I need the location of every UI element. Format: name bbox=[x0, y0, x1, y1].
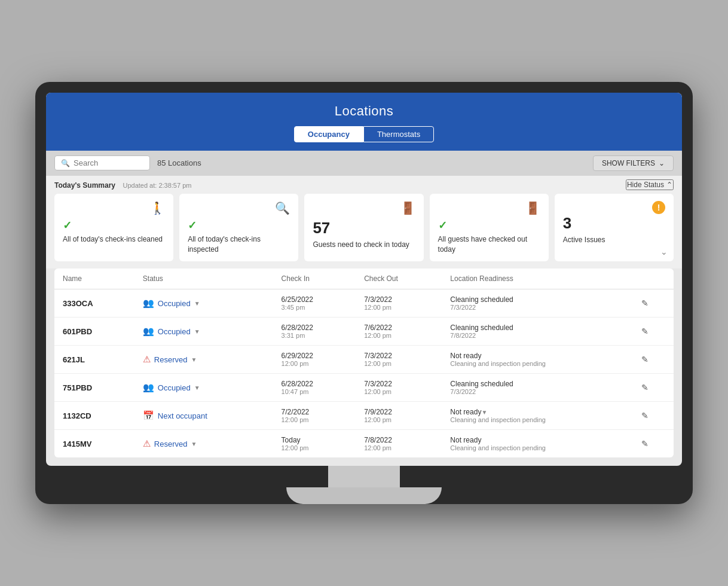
status-dropdown-icon[interactable]: ▼ bbox=[191, 356, 197, 363]
table-row: 621JL⚠Reserved▼6/29/202212:00 pm7/3/2022… bbox=[54, 346, 674, 374]
readiness-date: 7/8/2022 bbox=[450, 332, 624, 339]
summary-label: Today's Summary bbox=[54, 181, 115, 190]
checkin-date: 7/2/2022 bbox=[282, 408, 348, 416]
door-enter-icon: 🚪 bbox=[313, 201, 415, 215]
occupied-icon: 👥 bbox=[143, 382, 154, 393]
cell-name: 601PBD bbox=[54, 318, 134, 346]
summary-bar: Today's Summary Updated at: 2:38:57 pm H… bbox=[46, 176, 682, 194]
occupied-icon: 👥 bbox=[143, 298, 154, 309]
status-dropdown-icon[interactable]: ▼ bbox=[194, 328, 200, 335]
col-checkin: Check In bbox=[273, 268, 356, 289]
readiness-label: Cleaning scheduled bbox=[450, 295, 624, 304]
checkin-time: 3:45 pm bbox=[282, 304, 348, 311]
checkout-date: 7/3/2022 bbox=[364, 295, 433, 304]
cell-status: 📅Next occupant bbox=[134, 402, 273, 430]
tab-thermostats[interactable]: Thermostats bbox=[363, 126, 434, 142]
cell-checkout: 7/3/202212:00 pm bbox=[356, 346, 442, 374]
cell-edit: ✎ bbox=[633, 289, 674, 318]
search-left: 🔍 85 Locations bbox=[54, 155, 201, 170]
show-filters-button[interactable]: SHOW FILTERS ⌄ bbox=[593, 155, 674, 171]
cell-checkin: 6/25/20223:45 pm bbox=[273, 289, 356, 318]
checkin-time: 12:00 pm bbox=[282, 416, 348, 423]
edit-button[interactable]: ✎ bbox=[641, 355, 649, 364]
alert-triangle-icon: ⚠ bbox=[143, 438, 151, 449]
person-clean-icon: 🚶 bbox=[63, 201, 165, 215]
occupied-icon: 👥 bbox=[143, 326, 154, 337]
check-icon-checkout: ✓ bbox=[438, 219, 540, 232]
cell-checkin: 6/29/202212:00 pm bbox=[273, 346, 356, 374]
hide-status-label: Hide Status bbox=[627, 181, 664, 189]
readiness-label: Not ready bbox=[450, 436, 624, 444]
cell-readiness: Cleaning scheduled7/3/2022 bbox=[442, 374, 632, 402]
locations-table: Name Status Check In Check Out Location … bbox=[54, 268, 674, 457]
cell-checkout: 7/8/202212:00 pm bbox=[356, 430, 442, 458]
table-row: 1132CD📅Next occupant7/2/202212:00 pm7/9/… bbox=[54, 402, 674, 430]
alert-dot-icon: ! bbox=[652, 201, 665, 214]
chevron-up-icon: ⌃ bbox=[666, 181, 672, 189]
table-row: 751PBD👥Occupied▼6/28/202210:47 pm7/3/202… bbox=[54, 374, 674, 402]
location-count: 85 Locations bbox=[157, 158, 201, 167]
checkout-date: 7/3/2022 bbox=[364, 352, 433, 360]
cell-name: 621JL bbox=[54, 346, 134, 374]
checkout-time: 12:00 pm bbox=[364, 388, 433, 395]
search-card-icon: 🔍 bbox=[188, 201, 290, 215]
cell-status: 👥Occupied▼ bbox=[134, 318, 273, 346]
table-row: 1415MV⚠Reserved▼Today12:00 pm7/8/202212:… bbox=[54, 430, 674, 458]
monitor-stand-base bbox=[286, 487, 442, 504]
edit-button[interactable]: ✎ bbox=[641, 411, 649, 420]
monitor-screen: Locations Occupancy Thermostats 🔍 85 Loc… bbox=[46, 93, 682, 466]
readiness-date: 7/3/2022 bbox=[450, 304, 624, 311]
monitor-stand-neck bbox=[328, 466, 400, 487]
card-guests-checkout: 🚪 ✓ All guests have checked out today bbox=[430, 194, 549, 262]
status-dropdown-icon[interactable]: ▼ bbox=[194, 384, 200, 391]
status-dropdown-icon[interactable]: ▼ bbox=[191, 441, 197, 447]
readiness-dropdown-icon[interactable]: ▼ bbox=[481, 409, 487, 416]
cell-status: ⚠Reserved▼ bbox=[134, 430, 273, 458]
readiness-date: Cleaning and inspection pending bbox=[450, 360, 624, 367]
cell-edit: ✎ bbox=[633, 318, 674, 346]
hide-status-button[interactable]: Hide Status ⌃ bbox=[626, 179, 674, 190]
readiness-date: Cleaning and inspection pending bbox=[450, 416, 624, 423]
status-label: Occupied bbox=[158, 383, 191, 392]
card-checkin-number: 57 bbox=[313, 219, 415, 237]
checkout-time: 12:00 pm bbox=[364, 360, 433, 367]
card-checkout-text: All guests have checked out today bbox=[438, 234, 540, 255]
col-status: Status bbox=[134, 268, 273, 289]
expand-icon[interactable]: ⌄ bbox=[660, 247, 668, 257]
cell-readiness: Cleaning scheduled7/3/2022 bbox=[442, 289, 632, 318]
cell-edit: ✎ bbox=[633, 346, 674, 374]
readiness-date: Cleaning and inspection pending bbox=[450, 444, 624, 451]
tab-occupancy[interactable]: Occupancy bbox=[294, 126, 363, 142]
checkin-date: Today bbox=[282, 436, 348, 444]
readiness-label: Not ready▼ bbox=[450, 408, 624, 416]
checkout-time: 12:00 pm bbox=[364, 332, 433, 339]
monitor-frame: Locations Occupancy Thermostats 🔍 85 Loc… bbox=[35, 82, 693, 505]
edit-button[interactable]: ✎ bbox=[641, 298, 649, 308]
status-dropdown-icon[interactable]: ▼ bbox=[194, 300, 200, 307]
cell-name: 751PBD bbox=[54, 374, 134, 402]
page-title: Locations bbox=[46, 103, 682, 119]
status-label: Occupied bbox=[158, 327, 191, 336]
card-inspected-text: All of today's check-ins inspected bbox=[188, 234, 290, 255]
checkin-date: 6/29/2022 bbox=[282, 352, 348, 360]
card-cleaned-text: All of today's check-ins cleaned bbox=[63, 234, 165, 245]
cell-checkout: 7/9/202212:00 pm bbox=[356, 402, 442, 430]
alert-triangle-icon: ⚠ bbox=[143, 354, 151, 365]
col-checkout: Check Out bbox=[356, 268, 442, 289]
cell-name: 333OCA bbox=[54, 289, 134, 318]
checkout-time: 12:00 pm bbox=[364, 444, 433, 451]
check-icon-inspected: ✓ bbox=[188, 219, 290, 232]
checkin-date: 6/28/2022 bbox=[282, 380, 348, 388]
cell-edit: ✎ bbox=[633, 402, 674, 430]
checkout-date: 7/8/2022 bbox=[364, 436, 433, 444]
edit-button[interactable]: ✎ bbox=[641, 383, 649, 392]
table-row: 601PBD👥Occupied▼6/28/20223:31 pm7/6/2022… bbox=[54, 318, 674, 346]
edit-button[interactable]: ✎ bbox=[641, 439, 649, 448]
edit-button[interactable]: ✎ bbox=[641, 326, 649, 336]
col-actions bbox=[633, 268, 674, 289]
cell-edit: ✎ bbox=[633, 374, 674, 402]
status-label: Next occupant bbox=[158, 411, 207, 420]
locations-table-container: Name Status Check In Check Out Location … bbox=[54, 268, 674, 457]
door-exit-icon: 🚪 bbox=[438, 201, 540, 215]
search-input[interactable] bbox=[74, 158, 143, 167]
